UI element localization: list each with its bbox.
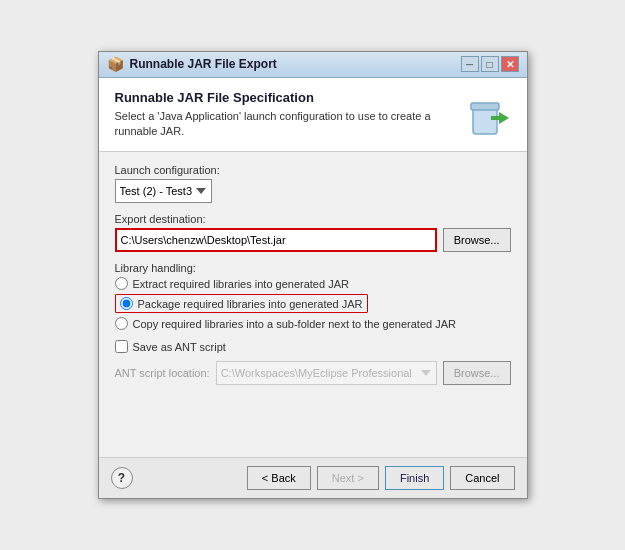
ant-location-row: ANT script location: C:\Workspaces\MyEcl… [115,361,511,385]
radio-copy-label: Copy required libraries into a sub-folde… [133,318,456,330]
export-dest-group: Export destination: Browse... [115,213,511,252]
title-bar: 📦 Runnable JAR File Export ─ □ ✕ [99,52,527,78]
library-handling-group: Library handling: Extract required libra… [115,262,511,330]
library-handling-label: Library handling: [115,262,511,274]
radio-copy-input[interactable] [115,317,128,330]
ant-browse-button: Browse... [443,361,511,385]
window-icon: 📦 [107,56,124,72]
svg-rect-1 [471,103,499,110]
main-window: 📦 Runnable JAR File Export ─ □ ✕ Runnabl… [98,51,528,500]
svg-rect-3 [491,116,499,120]
footer: ? < Back Next > Finish Cancel [99,457,527,498]
spacer-area [115,385,511,445]
cancel-button[interactable]: Cancel [450,466,514,490]
radio-package[interactable]: Package required libraries into generate… [115,294,511,313]
radio-extract-input[interactable] [115,277,128,290]
launch-config-group: Launch configuration: Test (2) - Test3 [115,164,511,203]
help-button[interactable]: ? [111,467,133,489]
maximize-button[interactable]: □ [481,56,499,72]
close-button[interactable]: ✕ [501,56,519,72]
next-button[interactable]: Next > [317,466,379,490]
radio-extract[interactable]: Extract required libraries into generate… [115,277,511,290]
header-section: Runnable JAR File Specification Select a… [99,78,527,153]
export-dest-label: Export destination: [115,213,511,225]
back-button[interactable]: < Back [247,466,311,490]
page-description: Select a 'Java Application' launch confi… [115,109,435,140]
ant-location-select: C:\Workspaces\MyEclipse Professional [216,361,437,385]
selected-highlight: Package required libraries into generate… [115,294,368,313]
radio-copy[interactable]: Copy required libraries into a sub-folde… [115,317,511,330]
radio-package-input[interactable] [120,297,133,310]
radio-group: Extract required libraries into generate… [115,277,511,330]
radio-package-label: Package required libraries into generate… [138,298,363,310]
launch-config-label: Launch configuration: [115,164,511,176]
ant-script-checkbox-row[interactable]: Save as ANT script [115,340,511,353]
jar-illustration [463,90,511,138]
ant-script-checkbox[interactable] [115,340,128,353]
svg-marker-2 [499,112,509,124]
export-browse-button[interactable]: Browse... [443,228,511,252]
finish-button[interactable]: Finish [385,466,444,490]
radio-extract-label: Extract required libraries into generate… [133,278,349,290]
window-title: Runnable JAR File Export [130,57,277,71]
ant-location-label: ANT script location: [115,367,210,379]
ant-script-checkbox-label: Save as ANT script [133,341,226,353]
title-bar-left: 📦 Runnable JAR File Export [107,56,277,72]
export-dest-row: Browse... [115,228,511,252]
export-dest-input[interactable] [115,228,437,252]
form-section: Launch configuration: Test (2) - Test3 E… [99,152,527,457]
title-bar-controls: ─ □ ✕ [461,56,519,72]
svg-rect-0 [473,108,497,134]
page-title: Runnable JAR File Specification [115,90,435,105]
minimize-button[interactable]: ─ [461,56,479,72]
header-text: Runnable JAR File Specification Select a… [115,90,435,140]
launch-config-select[interactable]: Test (2) - Test3 [115,179,212,203]
